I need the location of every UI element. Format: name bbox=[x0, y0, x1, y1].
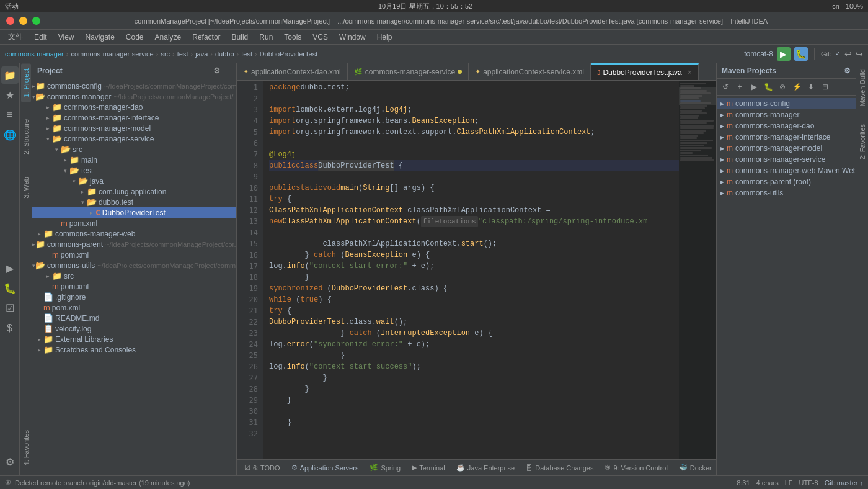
structure-icon[interactable]: ≡ bbox=[1, 106, 19, 123]
maven-generate-btn[interactable]: ⚡ bbox=[790, 81, 803, 93]
panel-settings-icon[interactable]: ⚙ bbox=[213, 66, 221, 75]
tree-item[interactable]: ▾📂dubbo.test bbox=[32, 197, 236, 207]
menu-tools[interactable]: Tools bbox=[279, 32, 306, 43]
bottom-tab-appservers[interactable]: ⚙ Application Servers bbox=[286, 462, 364, 473]
tree-item[interactable]: ▸CDubboProviderTest bbox=[32, 207, 236, 218]
tree-item[interactable]: ▾📂src bbox=[32, 144, 236, 155]
git-branch[interactable]: Git: master ↑ bbox=[825, 479, 863, 487]
maven-tree-item[interactable]: ▸mcommons-parent (root) bbox=[717, 176, 856, 187]
bottom-tab-todo[interactable]: ☑ 6: TODO bbox=[239, 462, 285, 473]
maven-refresh-btn[interactable]: ↺ bbox=[719, 81, 732, 93]
menu-vcs[interactable]: VCS bbox=[308, 32, 333, 43]
vtab-2-favorites[interactable]: 2: Favorites bbox=[857, 122, 867, 162]
menu-view[interactable]: View bbox=[53, 32, 79, 43]
tree-item[interactable]: ▸📁commons-manager-dao bbox=[32, 102, 236, 112]
menu-code[interactable]: Code bbox=[121, 32, 149, 43]
maven-tree-item[interactable]: ▸mcommons-manager-model bbox=[717, 143, 856, 154]
tree-item[interactable]: ▸📁commons-config~/IdeaProjects/commonMan… bbox=[32, 81, 236, 91]
tree-item[interactable]: ▾📂commons-manager-service bbox=[32, 133, 236, 144]
tree-item[interactable]: ▾📂commons-manager~/IdeaProjects/commonMa… bbox=[32, 91, 236, 102]
tree-item[interactable]: ▸📁Scratches and Consoles bbox=[32, 344, 236, 355]
undo-button[interactable]: ↩ bbox=[844, 49, 852, 59]
maven-settings-icon[interactable]: ⚙ bbox=[844, 66, 851, 75]
menu-help[interactable]: Help bbox=[372, 32, 397, 43]
tree-item[interactable]: ▸📁commons-parent~/IdeaProjects/commonMan… bbox=[32, 239, 236, 249]
tab-commons-manager-service[interactable]: 🌿 commons-manager-service bbox=[348, 63, 469, 80]
todo-icon[interactable]: ☑ bbox=[1, 300, 19, 317]
bottom-tab-db-changes[interactable]: 🗄 Database Changes bbox=[521, 463, 598, 473]
settings-icon[interactable]: ⚙ bbox=[1, 453, 19, 470]
maven-skip-test-btn[interactable]: ⊘ bbox=[776, 81, 789, 93]
tab-appcontext-service[interactable]: ✦ applicationContext-service.xml bbox=[469, 63, 591, 80]
debug-icon[interactable]: 🐛 bbox=[1, 280, 19, 297]
vtab-structure[interactable]: 2: Structure bbox=[21, 114, 31, 159]
tree-item[interactable]: ▾📂commons-utils~/IdeaProjects/commonMana… bbox=[32, 260, 236, 271]
tree-item[interactable]: ▸📁com.lung.application bbox=[32, 186, 236, 197]
vtab-project[interactable]: 1: Project bbox=[21, 63, 31, 102]
bookmark-icon[interactable]: ★ bbox=[1, 86, 19, 104]
menu-edit[interactable]: Edit bbox=[29, 32, 52, 43]
tree-item[interactable]: ▸📁src bbox=[32, 271, 236, 281]
maven-tree-item[interactable]: ▸mcommons-manager-dao bbox=[717, 120, 856, 132]
encoding-indicator[interactable]: UTF-8 bbox=[799, 479, 818, 487]
bottom-tab-terminal[interactable]: ▶ Terminal bbox=[407, 462, 450, 473]
maven-tree-item[interactable]: ▸mcommons-manager-service bbox=[717, 154, 856, 165]
tree-item[interactable]: ▸📁commons-manager-web bbox=[32, 228, 236, 239]
maven-download-btn[interactable]: ⬇ bbox=[805, 81, 817, 93]
maven-tree-item[interactable]: ▸mcommons-manager-interface bbox=[717, 132, 856, 143]
maximize-button[interactable] bbox=[32, 17, 40, 25]
tree-item[interactable]: ▸📁External Libraries bbox=[32, 334, 236, 344]
debug-button[interactable]: 🐛 bbox=[794, 47, 808, 61]
maven-tree-item[interactable]: ▸mcommons-manager bbox=[717, 109, 856, 120]
bottom-tab-docker[interactable]: 🐳 Docker bbox=[674, 462, 716, 473]
lf-indicator[interactable]: LF bbox=[785, 479, 793, 487]
tree-item[interactable]: 📄.gitignore bbox=[32, 292, 236, 302]
maven-collapse-btn[interactable]: ⊟ bbox=[819, 81, 831, 93]
tab-appcontext-dao[interactable]: ✦ applicationContext-dao.xml bbox=[237, 63, 348, 80]
maven-add-btn[interactable]: + bbox=[733, 81, 746, 93]
tree-item[interactable]: 📄README.md bbox=[32, 313, 236, 323]
tree-item[interactable]: ▾📂java bbox=[32, 176, 236, 186]
tree-item[interactable]: 📋velocity.log bbox=[32, 323, 236, 334]
tree-item[interactable]: ▸📁main bbox=[32, 155, 236, 165]
bottom-tab-spring[interactable]: 🌿 Spring bbox=[365, 462, 405, 473]
indent-indicator[interactable]: 4 chars bbox=[756, 479, 779, 487]
menu-window[interactable]: Window bbox=[334, 32, 371, 43]
maven-tree-item[interactable]: ▸mcommons-utils bbox=[717, 187, 856, 199]
tree-item[interactable]: mpom.xml bbox=[32, 218, 236, 228]
maven-tree-item[interactable]: ▸mcommons-config bbox=[717, 98, 856, 109]
menu-navigate[interactable]: Navigate bbox=[80, 32, 119, 43]
vtab-maven-build[interactable]: Maven Build bbox=[857, 66, 867, 109]
tree-item[interactable]: mpom.xml bbox=[32, 302, 236, 313]
menu-build[interactable]: Build bbox=[227, 32, 254, 43]
menu-refactor[interactable]: Refactor bbox=[187, 32, 225, 43]
vtab-favorites[interactable]: 4: Favorites bbox=[21, 425, 31, 470]
run-button[interactable]: ▶ bbox=[777, 47, 790, 61]
project-icon[interactable]: 📁 bbox=[1, 66, 19, 84]
tree-item[interactable]: mpom.xml bbox=[32, 249, 236, 260]
bottom-tab-vcs[interactable]: ⑨ 9: Version Control bbox=[600, 462, 672, 473]
line-col-indicator[interactable]: 8:31 bbox=[737, 479, 750, 487]
tab-dubbo-provider-test[interactable]: J DubboProviderTest.java ✕ bbox=[591, 63, 699, 80]
maven-tree-item[interactable]: ▸mcommons-manager-web Maven Webapp bbox=[717, 165, 856, 176]
minimize-button[interactable] bbox=[19, 17, 27, 25]
bottom-tab-java-enterprise[interactable]: ☕ Java Enterprise bbox=[451, 462, 520, 473]
maven-run-btn[interactable]: ▶ bbox=[748, 81, 760, 93]
maven-debug-btn[interactable]: 🐛 bbox=[762, 81, 774, 93]
run-icon[interactable]: ▶ bbox=[1, 260, 19, 277]
vtab-web[interactable]: 3: Web bbox=[21, 172, 31, 204]
code-editor[interactable]: package dubbo.test; import lombok.extern… bbox=[263, 81, 679, 459]
tree-item[interactable]: ▸📁commons-manager-interface bbox=[32, 112, 236, 123]
menu-run[interactable]: Run bbox=[254, 32, 278, 43]
redo-button[interactable]: ↪ bbox=[856, 49, 863, 59]
menu-file[interactable]: 文件 bbox=[3, 30, 28, 43]
terminal-icon[interactable]: $ bbox=[1, 320, 19, 337]
maven-item-label: commons-manager bbox=[735, 110, 799, 119]
panel-minimize-icon[interactable]: — bbox=[223, 66, 231, 75]
tree-item[interactable]: ▾📂test bbox=[32, 165, 236, 176]
tree-item[interactable]: ▸📁commons-manager-model bbox=[32, 123, 236, 133]
close-button[interactable] bbox=[6, 17, 14, 25]
menu-analyze[interactable]: Analyze bbox=[150, 32, 187, 43]
web-icon[interactable]: 🌐 bbox=[1, 126, 19, 143]
tree-item[interactable]: mpom.xml bbox=[32, 281, 236, 292]
